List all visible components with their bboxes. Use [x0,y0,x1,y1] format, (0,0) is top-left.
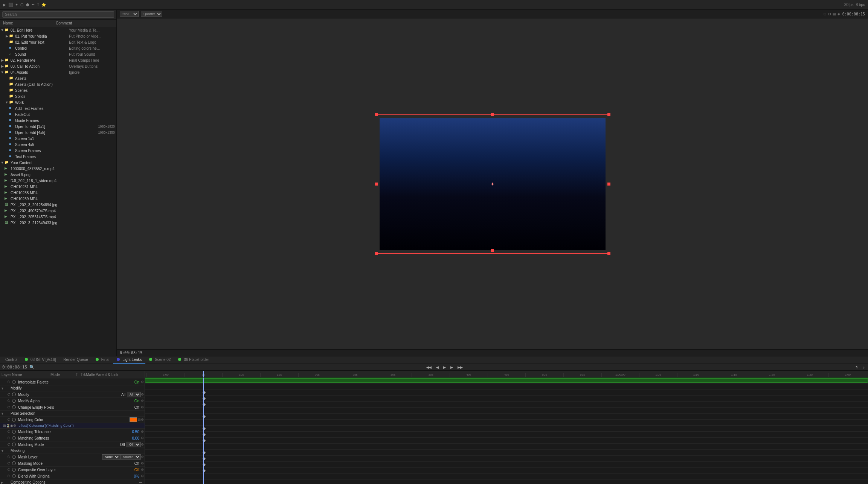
options-icon2-matching[interactable]: ⚙ [141,418,144,422]
layer-matching-mode[interactable]: ⏱ Matching Mode Off Off ⚙ [0,441,145,448]
timeline-btn-loop[interactable]: ↻ [854,365,860,370]
tree-item-control[interactable]: ■ Control Editing colors he... [0,45,116,51]
tree-item-file2[interactable]: ▶ Asset 9.png [0,172,116,178]
matching-mode-dropdown[interactable]: Off [127,442,141,447]
tree-item-file3[interactable]: ▶ DJI_202_118_1_video.mp4 [0,178,116,184]
tree-item-solids[interactable]: 📁 Solids [0,93,116,99]
layer-blend-original[interactable]: ⏱ Blend With Original 0% ⚙ [0,473,145,479]
tab-scene-02[interactable]: Scene 02 [145,356,174,364]
playhead[interactable] [203,371,204,377]
toolbar-icon-7[interactable]: T [37,3,39,7]
tree-item-file9[interactable]: ▶ PXL_202_2053145TS.mp4 [0,214,116,220]
tree-item-screen-1x1[interactable]: ■ Screen 1x1 [0,135,116,142]
mask-layer-none-select[interactable]: None [102,454,120,460]
tree-item-fadeout[interactable]: ■ FadeOut [0,111,116,117]
stopwatch-interpolate[interactable]: ⏱ [6,379,11,385]
tree-item-put-media[interactable]: ▶ 📁 01. Put Your Media Put Photo or Vide… [0,33,116,39]
tree-item-file4[interactable]: ▶ GH010231.MP4 [0,184,116,190]
options-icon-matching[interactable]: ⊞ [138,418,141,422]
options-icon-interpolate[interactable]: ⚙ [141,380,144,384]
tree-item-file8[interactable]: ▶ PXL_202_49057047S.mp4 [0,208,116,214]
stopwatch-composite[interactable]: ⏱ [6,467,11,472]
stopwatch-mask-layer[interactable]: ⏱ [6,454,11,460]
options-icon-softness[interactable]: ⚙ [141,436,144,440]
expand-pixel-sel[interactable]: ▼ [1,412,5,416]
tree-item-file7[interactable]: 🖼 PXL_202_3_201254894.jpg [0,202,116,208]
layer-matching-softness[interactable]: ⏱ Matching Softness 0.00 ⚙ [0,435,145,441]
handle-tl[interactable] [375,113,378,116]
preview-icon[interactable]: ◈ [837,12,840,16]
stopwatch-blend[interactable]: ⏱ [6,473,11,479]
tree-item-assets[interactable]: ▼ 📁 04. Assets Ignore [0,69,116,75]
options-icon-tolerance[interactable]: ⚙ [141,430,144,434]
handle-tr[interactable] [607,113,610,116]
options-icon-composite[interactable]: ⚙ [141,468,144,472]
timeline-btn-4[interactable]: ▶▶ [456,365,464,370]
stopwatch-modify[interactable]: ⏱ [6,392,11,397]
toolbar-icon-6[interactable]: ✒ [32,3,35,7]
options-icon-blend[interactable]: ⚙ [141,474,144,478]
tree-item-your-content[interactable]: ▼ 📁 Your Content [0,160,116,166]
stopwatch-softness[interactable]: ⏱ [6,435,11,441]
viewer-container[interactable]: ✦ [117,18,868,349]
layer-compositing-options-1[interactable]: ▶ Compositing Options +- [0,479,145,484]
toolbar-icon-8[interactable]: ⭐ [41,3,46,7]
timeline-btn-1[interactable]: ◀◀ [425,365,433,370]
tree-item-assets-cta[interactable]: 📁 Assets (Call To Action) [0,81,116,87]
toolbar-icon-2[interactable]: ⬛ [8,3,13,7]
tab-igtv[interactable]: 03 IGTV [9x16] [21,356,59,364]
timeline-timecode[interactable]: 0:00:08:15 [2,365,27,370]
options-icon-modify-alpha[interactable]: ⚙ [141,399,144,403]
tree-item-call-to-action[interactable]: ▶ 📁 03. Call To Action Overlays Buttons [0,63,116,69]
handle-mr[interactable] [607,183,610,186]
options-icon-change-empty[interactable]: ⚙ [141,405,144,409]
tree-item-edit-text[interactable]: 📁 02. Edit Your Text Edit Text & Logo [0,39,116,45]
layer-modify-alpha[interactable]: ⏱ Modify Alpha On ⚙ [0,398,145,404]
tree-item-assets-sub[interactable]: 📁 Assets [0,75,116,81]
tree-item-render-me[interactable]: ▶ 📁 02. Render Me Final Comps Here [0,57,116,63]
tab-final[interactable]: Final [92,356,113,364]
options-icon-modify[interactable]: ⚙ [141,393,144,396]
tab-placeholder[interactable]: 06 Placeholder [174,356,213,364]
zoom-select[interactable]: 25% 50% 100% [120,11,139,17]
options-icon-masking-mode[interactable]: ⚙ [141,461,144,465]
tree-item-open-edit-4x5[interactable]: ■ Open to Edit [4x5] 1080x1350 [0,129,116,135]
layer-mask-layer[interactable]: ⏱ Mask Layer None Source ⚙ [0,454,145,460]
toolbar-icon-3[interactable]: ✦ [15,3,18,7]
mask-layer-source-select[interactable]: Source [120,454,141,460]
options-icon-mask[interactable]: ⚙ [141,455,144,459]
quality-select[interactable]: Quarter Half Full [141,11,162,17]
val-blend[interactable]: 0% [124,474,141,478]
safe-zones-icon[interactable]: ⊡ [828,12,831,16]
tree-item-sound[interactable]: ♪ Sound Put Your Sound [0,51,116,57]
layer-modify-group[interactable]: ▼ Modify [0,385,145,391]
timeline-btn-mute[interactable]: ♪ [862,365,866,370]
stopwatch-tolerance[interactable]: ⏱ [6,429,11,434]
toolbar-icon-1[interactable]: ▶ [3,3,6,7]
layer-modify[interactable]: ⏱ Modify All All ⚙ [0,391,145,398]
tree-item-screen-4x5[interactable]: ■ Screen 4x5 [0,142,116,148]
tree-item-text-frames[interactable]: ■ Text Frames [0,154,116,160]
tab-light-leaks[interactable]: Light Leaks [113,356,145,364]
layer-interpolate-palette[interactable]: ⏱ Interpolate Palette On ⚙ [0,379,145,385]
tree-item-add-text-frames[interactable]: ■ Add Text Frames [0,105,116,111]
timeline-btn-2[interactable]: ◀ [435,365,440,370]
tree-item-file6[interactable]: ▶ GH010239.MP4 [0,196,116,202]
stopwatch-matching-color[interactable]: ⏱ [6,417,11,422]
val-softness[interactable]: 0.00 [124,436,141,440]
toolbar-icon-5[interactable]: ⬢ [26,3,29,7]
tree-item-work[interactable]: ▼ 📁 Work [0,99,116,105]
layer-matching-tolerance[interactable]: ⏱ Matching Tolerance 0.50 ⚙ [0,429,145,435]
tree-item-edit-here[interactable]: ▼ 📁 01. Edit Here Your Media & Te... [0,27,116,33]
stopwatch-change-empty[interactable]: ⏱ [6,405,11,410]
toolbar-icon-4[interactable]: ⬡ [20,3,24,7]
handle-tm[interactable] [491,113,494,116]
layer-change-empty[interactable]: ⏱ Change Empty Pixels Off ⚙ [0,404,145,411]
stopwatch-masking-mode[interactable]: ⏱ [6,461,11,466]
tree-item-guide-frames[interactable]: ■ Guide Frames [0,117,116,123]
layer-masking-mode[interactable]: ⏱ Masking Mode Off ⚙ [0,460,145,467]
handle-bl[interactable] [375,252,378,255]
timeline-btn-play[interactable]: ▶ [442,365,447,370]
grid-icon[interactable]: ⊞ [824,12,827,16]
layer-matching-color[interactable]: ⏱ Matching Color ⊞ ⚙ [0,417,145,423]
